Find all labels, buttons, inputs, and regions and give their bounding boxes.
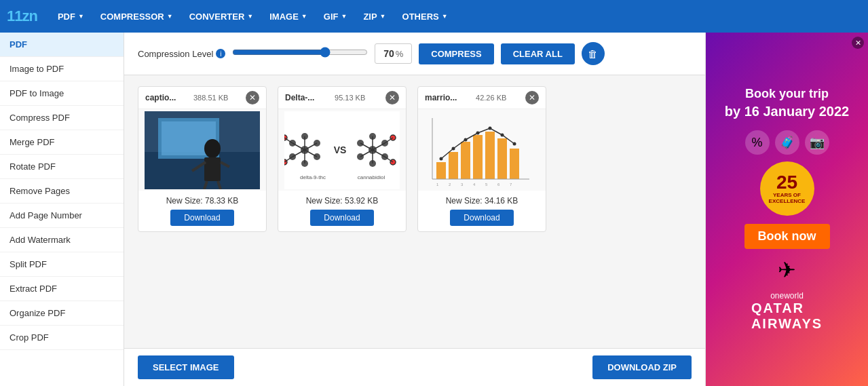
files-row: captio... 388.51 KB ✕ (138, 86, 692, 232)
ad-icon-camera: 📷 (805, 130, 829, 155)
logo[interactable]: 11zn (7, 7, 37, 25)
file-new-size-3: New Size: 34.16 KB (423, 196, 540, 206)
nav-compressor-arrow: ▼ (167, 13, 173, 20)
file-preview-1 (138, 109, 266, 191)
ad-panel: ✕ Book your trip by 16 January 2022 % 🧳 … (705, 33, 868, 386)
svg-rect-55 (510, 149, 519, 179)
file-close-3[interactable]: ✕ (525, 91, 539, 104)
sidebar-item-add-page-number[interactable]: Add Page Number (0, 204, 124, 228)
content-area: Compression Level i 70 % COMPRESS CLEAR … (124, 33, 705, 386)
clear-all-button[interactable]: CLEAR ALL (501, 43, 575, 64)
compression-slider-container (232, 47, 368, 60)
sidebar-item-extract-pdf[interactable]: Extract PDF (0, 277, 124, 301)
logo-text2: n (29, 7, 37, 24)
file-close-2[interactable]: ✕ (385, 91, 399, 104)
file-close-1[interactable]: ✕ (246, 91, 259, 104)
sidebar: PDF Image to PDF PDF to Image Compress P… (0, 33, 124, 386)
svg-text:VS: VS (334, 144, 347, 155)
download-button-1[interactable]: Download (170, 210, 233, 226)
download-button-3[interactable]: Download (450, 210, 513, 226)
sidebar-item-compress-pdf[interactable]: Compress PDF (0, 106, 124, 130)
ad-close-button[interactable]: ✕ (852, 37, 864, 49)
file-size-2: 95.13 KB (335, 94, 365, 102)
nav-converter[interactable]: CONVERTER ▼ (183, 7, 261, 26)
ad-date: by 16 January 2022 (725, 104, 849, 119)
file-card-3: marrio... 42.26 KB ✕ (417, 86, 546, 232)
ad-icon-percent: % (745, 130, 770, 155)
ad-years-number: 25 (776, 173, 797, 192)
svg-text:delta-9-thc: delta-9-thc (300, 174, 326, 180)
svg-point-61 (501, 133, 504, 136)
select-image-button[interactable]: SELECT IMAGE (138, 355, 234, 379)
nav-converter-arrow: ▼ (247, 13, 253, 20)
nav-pdf-arrow: ▼ (78, 13, 84, 20)
svg-point-60 (489, 126, 492, 130)
compression-label: Compression Level i (138, 49, 225, 59)
sidebar-item-add-watermark[interactable]: Add Watermark (0, 228, 124, 252)
percent-symbol: % (396, 49, 404, 59)
nav-compressor[interactable]: COMPRESSOR ▼ (94, 7, 180, 26)
preview-svg-1 (145, 111, 260, 189)
sidebar-item-organize-pdf[interactable]: Organize PDF (0, 301, 124, 326)
nav-gif[interactable]: GIF ▼ (317, 7, 354, 26)
file-name-2: Delta-... (285, 93, 314, 102)
ad-book-now: Book now (744, 224, 830, 249)
svg-point-58 (464, 138, 468, 141)
logo-text1: 11z (7, 7, 29, 24)
file-card-2: Delta-... 95.13 KB ✕ (278, 86, 407, 232)
nav-pdf[interactable]: PDF ▼ (51, 7, 91, 26)
svg-rect-51 (461, 142, 470, 179)
file-info-1: New Size: 78.33 KB Download (138, 191, 266, 231)
trash-button[interactable]: 🗑 (582, 42, 605, 65)
svg-rect-5 (204, 157, 221, 181)
sidebar-item-pdf-to-image[interactable]: PDF to Image (0, 81, 124, 106)
top-navigation: 11zn PDF ▼ COMPRESSOR ▼ CONVERTER ▼ IMAG… (0, 0, 868, 33)
nav-others[interactable]: OTHERS ▼ (396, 7, 455, 26)
sidebar-item-remove-pages[interactable]: Remove Pages (0, 179, 124, 204)
file-size-3: 42.26 KB (476, 94, 506, 102)
nav-zip[interactable]: ZIP ▼ (356, 7, 392, 26)
nav-others-arrow: ▼ (442, 13, 448, 20)
file-name-1: captio... (145, 93, 176, 102)
file-header-3: marrio... 42.26 KB ✕ (418, 87, 546, 109)
svg-rect-54 (497, 138, 507, 179)
ad-icons: % 🧳 📷 (745, 130, 829, 155)
file-info-3: New Size: 34.16 KB Download (418, 191, 546, 231)
ad-brand: oneworld (770, 291, 804, 301)
svg-rect-50 (449, 152, 458, 179)
airplane-icon: ✈ (778, 257, 796, 283)
sidebar-item-merge-pdf[interactable]: Merge PDF (0, 130, 124, 155)
ad-years-text: YEARS OFEXCELLENCE (769, 192, 806, 204)
file-new-size-2: New Size: 53.92 KB (284, 196, 400, 206)
svg-rect-53 (485, 132, 495, 179)
ad-inner: ✕ Book your trip by 16 January 2022 % 🧳 … (706, 33, 868, 386)
file-preview-3: 1 2 3 4 5 6 7 (418, 109, 546, 191)
info-icon[interactable]: i (216, 49, 225, 58)
download-zip-button[interactable]: DOWNLOAD ZIP (592, 355, 692, 379)
sidebar-item-image-to-pdf[interactable]: Image to PDF (0, 57, 124, 81)
ad-icon-bag: 🧳 (775, 130, 799, 155)
main-layout: PDF Image to PDF PDF to Image Compress P… (0, 33, 868, 386)
sidebar-item-pdf[interactable]: PDF (0, 33, 124, 57)
sidebar-item-rotate-pdf[interactable]: Rotate PDF (0, 155, 124, 179)
file-header-2: Delta-... 95.13 KB ✕ (278, 87, 406, 109)
nav-gif-arrow: ▼ (341, 13, 347, 20)
compression-value: 70 (383, 48, 394, 59)
download-button-2[interactable]: Download (310, 210, 373, 226)
ad-title: Book your trip (745, 87, 829, 101)
compression-bar: Compression Level i 70 % COMPRESS CLEAR … (124, 33, 705, 75)
compress-button[interactable]: COMPRESS (419, 43, 493, 64)
file-card-1: captio... 388.51 KB ✕ (138, 86, 267, 232)
file-info-2: New Size: 53.92 KB Download (278, 191, 406, 231)
svg-point-4 (204, 139, 221, 158)
sidebar-item-crop-pdf[interactable]: Crop PDF (0, 326, 124, 350)
preview-svg-2: VS (284, 111, 400, 189)
svg-rect-52 (473, 135, 483, 179)
sidebar-item-split-pdf[interactable]: Split PDF (0, 252, 124, 277)
file-header-1: captio... 388.51 KB ✕ (138, 87, 266, 109)
ad-years-badge: 25 YEARS OFEXCELLENCE (760, 161, 814, 216)
percent-box: 70 % (375, 43, 412, 64)
bottom-bar: SELECT IMAGE DOWNLOAD ZIP (124, 348, 705, 386)
compression-slider[interactable] (232, 47, 368, 58)
nav-image[interactable]: IMAGE ▼ (263, 7, 314, 26)
